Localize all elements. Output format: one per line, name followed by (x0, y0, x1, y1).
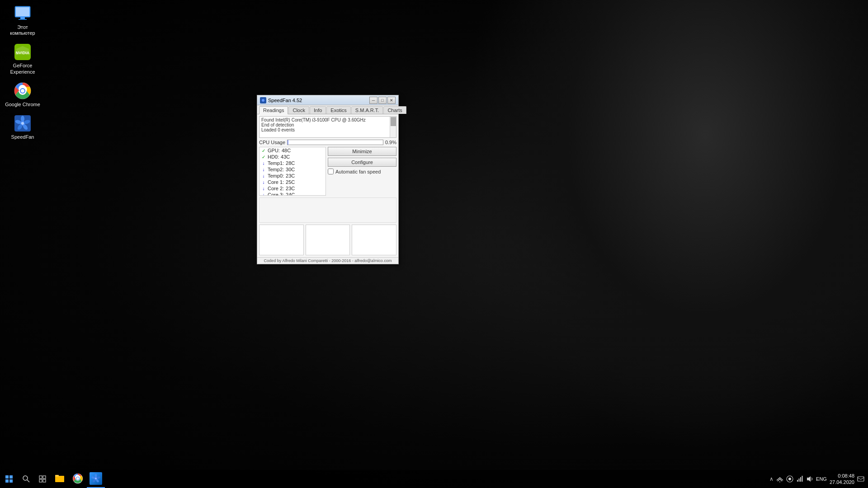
reading-temp2-value: 30C (286, 167, 295, 172)
svg-rect-25 (39, 479, 42, 482)
log-area: Found Intel(R) Core(TM) i3-9100F CPU @ 3… (259, 116, 396, 138)
reading-core3-value: 24C (286, 192, 295, 196)
desktop-icon-chrome[interactable]: Google Chrome (5, 82, 41, 108)
tray-clock[interactable]: 0:08:48 27.04.2020 (830, 473, 854, 486)
svg-rect-2 (20, 17, 25, 19)
task-view-button[interactable] (34, 470, 51, 488)
desktop-icon-geforce[interactable]: NVIDIA GeForce Experience (5, 43, 41, 75)
taskbar-app-chrome[interactable] (69, 470, 87, 488)
svg-rect-27 (55, 476, 64, 482)
taskbar-app-speedfan[interactable] (87, 470, 105, 488)
window-maximize-btn[interactable]: □ (378, 97, 387, 104)
reading-temp0-icon: ↓ (261, 174, 266, 178)
window-footer: Coded by Alfredo Milani Comparetti - 200… (257, 257, 398, 264)
reading-core2: ↓ Core 2: 23C (259, 185, 326, 192)
extra-panel (352, 225, 396, 255)
volume-icon[interactable] (806, 475, 813, 483)
speedfan-app-icon (91, 474, 100, 483)
bottom-panels (259, 225, 396, 255)
window-titlebar: SpeedFan 4.52 ─ □ ✕ (257, 95, 398, 105)
desktop-icon-computer[interactable]: Этот компьютер (5, 5, 41, 36)
svg-rect-28 (55, 475, 59, 477)
speed-panel (259, 225, 304, 255)
start-button[interactable] (0, 470, 18, 488)
svg-point-10 (21, 89, 24, 93)
tray-date-value: 27.04.2020 (830, 479, 854, 485)
taskbar: ∧ ENG 0:08:48 27.04.2020 (0, 470, 868, 488)
log-line-2: Loaded 0 events (261, 127, 394, 132)
svg-rect-24 (43, 476, 46, 479)
cpu-bar-fill (288, 140, 288, 145)
reading-core1-icon: ↓ (261, 180, 266, 184)
language-indicator[interactable]: ENG (816, 476, 827, 482)
taskbar-app-explorer[interactable] (51, 470, 69, 488)
reading-temp2-icon: ↓ (261, 167, 266, 172)
reading-temp2: ↓ Temp2: 30C (259, 166, 326, 173)
reading-temp0-label: Temp0: (268, 173, 284, 178)
reading-core2-icon: ↓ (261, 186, 266, 191)
reading-gpu-icon: ✓ (261, 148, 266, 153)
log-scrollbar[interactable] (390, 117, 396, 137)
notifications-icon[interactable] (857, 475, 864, 483)
speedfan-icon-label: SpeedFan (11, 134, 34, 140)
controls-panel: Minimize Configure Automatic fan speed (328, 147, 396, 196)
auto-fan-checkbox[interactable] (328, 169, 334, 174)
window-minimize-btn[interactable]: ─ (369, 97, 377, 104)
reading-gpu-value: 48C (282, 148, 291, 153)
cpu-usage-row: CPU Usage 0.9% (259, 140, 396, 145)
log-line-1: End of detection (261, 122, 394, 127)
speedfan-taskbar-icon (90, 472, 102, 485)
tab-clock[interactable]: Clock (288, 106, 309, 114)
reading-temp1-label: Temp1: (268, 160, 284, 166)
window-title-area: SpeedFan 4.52 (260, 97, 302, 103)
window-title-text: SpeedFan 4.52 (268, 98, 302, 103)
network-icon[interactable] (776, 475, 783, 483)
svg-point-20 (262, 99, 264, 102)
reading-hd0-icon: ✓ (261, 155, 266, 159)
desktop-icon-speedfan[interactable]: SpeedFan (5, 114, 41, 140)
log-line-0: Found Intel(R) Core(TM) i3-9100F CPU @ 3… (261, 117, 394, 122)
svg-rect-1 (16, 7, 29, 16)
cpu-usage-label: CPU Usage (259, 140, 285, 145)
system-tray: ∧ ENG 0:08:48 27.04.2020 (766, 470, 868, 488)
svg-point-39 (779, 482, 780, 483)
log-scroll-thumb (391, 117, 396, 126)
svg-rect-26 (43, 479, 46, 482)
svg-point-41 (788, 478, 791, 480)
desktop-wallpaper-figure (461, 0, 868, 452)
taskbar-search-button[interactable] (18, 470, 34, 488)
reading-core2-label: Core 2: (268, 186, 284, 191)
reading-core3-icon: ↓ (261, 192, 266, 196)
tab-readings[interactable]: Readings (259, 106, 288, 114)
steam-icon[interactable] (786, 475, 793, 483)
readings-controls-area: ✓ GPU: 48C ✓ HD0: 43C ↓ Temp1: 28C ↓ Tem… (259, 147, 396, 196)
network-tray-icon[interactable] (796, 475, 803, 483)
svg-marker-46 (807, 476, 811, 482)
tab-exotics[interactable]: Exotics (326, 106, 350, 114)
configure-button[interactable]: Configure (328, 158, 396, 167)
tab-info[interactable]: Info (310, 106, 326, 114)
reading-hd0: ✓ HD0: 43C (259, 154, 326, 160)
cpu-usage-value: 0.9% (385, 140, 396, 145)
window-tabs: Readings Clock Info Exotics S.M.A.R.T. C… (257, 105, 398, 114)
reading-core3: ↓ Core 3: 24C (259, 192, 326, 196)
tray-arrow-icon[interactable]: ∧ (769, 476, 774, 482)
cpu-usage-bar (287, 140, 383, 145)
svg-rect-42 (797, 480, 798, 482)
window-close-btn[interactable]: ✕ (387, 97, 396, 104)
readings-panel: ✓ GPU: 48C ✓ HD0: 43C ↓ Temp1: 28C ↓ Tem… (259, 147, 326, 196)
minimize-button[interactable]: Minimize (328, 147, 396, 156)
computer-icon-label: Этот компьютер (5, 24, 41, 36)
svg-rect-44 (800, 477, 801, 482)
svg-rect-43 (799, 479, 800, 482)
nvidia-icon-image: NVIDIA (14, 43, 32, 61)
speedfan-icon-image (14, 114, 32, 132)
tab-charts[interactable]: Charts (383, 106, 406, 114)
window-controls: ─ □ ✕ (369, 97, 396, 104)
svg-point-21 (23, 476, 28, 480)
tray-time-value: 0:08:48 (830, 473, 854, 479)
footer-text: Coded by Alfredo Milani Comparetti - 200… (264, 258, 392, 263)
tab-smart[interactable]: S.M.A.R.T. (351, 106, 383, 114)
reading-hd0-label: HD0: (268, 154, 279, 160)
svg-point-18 (21, 122, 24, 125)
